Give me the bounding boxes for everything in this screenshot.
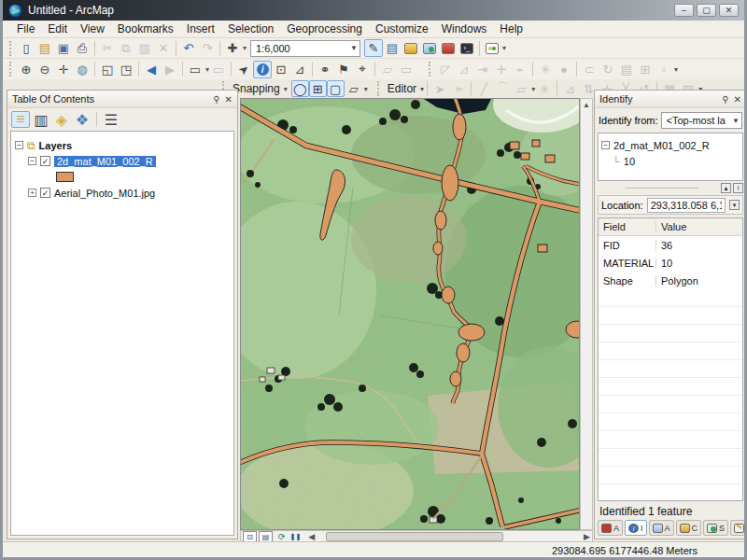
add-data-caret-icon[interactable]: ▾ [243,44,247,52]
viewer-window-icon[interactable]: ▱ [378,61,397,78]
toc-header[interactable]: Table Of Contents ⚲ ✕ [7,91,237,108]
toc-window-icon[interactable]: ▤ [383,39,402,57]
edit-tool-icon[interactable]: ⊿ [560,80,579,98]
title-bar[interactable]: Untitled - ArcMap – ▢ ✕ [3,0,744,21]
list-by-selection-icon[interactable]: ❖ [73,111,92,128]
layer-checkbox-checked[interactable]: ✓ [40,156,50,166]
save-icon[interactable]: ▣ [54,39,73,57]
expander-open-icon[interactable]: − [601,141,610,149]
value-column-header[interactable]: Value [656,221,742,232]
edit-tool-icon[interactable]: ╱ [474,80,493,98]
open-folder-icon[interactable]: ▤ [35,39,54,57]
location-value-field[interactable]: 293,318.058 6,177,88 [647,198,726,213]
close-icon[interactable]: ✕ [225,94,233,105]
menu-help[interactable]: Help [493,21,529,36]
identify-header[interactable]: Identify ⚲ ✕ [595,91,746,108]
fixed-zoom-out-icon[interactable]: ◳ [117,61,135,78]
forward-extent-icon[interactable]: ▶ [161,61,179,78]
new-document-icon[interactable]: ▯ [17,39,35,57]
menu-file[interactable]: File [10,21,41,36]
arctoolbox-icon[interactable] [439,39,458,57]
menu-insert[interactable]: Insert [180,21,221,36]
fixed-zoom-in-icon[interactable]: ◱ [98,61,117,78]
location-options-icon[interactable]: ▾ [729,200,740,210]
snap-vertex-icon[interactable]: ▢ [327,80,345,97]
tab-identify[interactable]: iI [625,520,647,536]
toolbar-overflow-icon[interactable]: ▾ [502,44,506,52]
menu-customize[interactable]: Customize [369,21,435,36]
expander-open-icon[interactable]: − [15,141,23,149]
delete-icon[interactable]: ✕ [154,39,173,57]
toc-options-icon[interactable]: ☰ [102,111,120,128]
map-data-view[interactable] [240,98,580,530]
scrollbar-thumb[interactable] [326,532,503,541]
pan-icon[interactable]: ✛ [54,61,73,78]
splitter-handle[interactable] [626,188,698,189]
scroll-up-icon[interactable]: ▲ [583,101,590,109]
find-icon[interactable]: ⚭ [316,61,334,78]
scale-dropdown-icon[interactable]: ▼ [346,44,358,52]
expand-panel-icon[interactable]: ▲ [721,183,731,193]
vertex-tool-icon[interactable]: ▤ [617,61,636,78]
cut-icon[interactable]: ✂ [98,39,117,57]
tab-arctoolbox[interactable]: A [598,520,623,536]
maximize-button[interactable]: ▢ [697,4,716,17]
paste-icon[interactable]: ▥ [135,39,154,57]
html-popup-icon[interactable]: ⊡ [272,61,290,78]
scroll-right-icon[interactable]: ▶ [584,532,590,541]
edit-tool-icon[interactable]: ⌒ [493,80,512,98]
layers-node[interactable]: − ⧉ Layers [15,137,230,153]
undo-icon[interactable]: ↶ [179,39,198,57]
snapping-caret-icon[interactable]: ▾ [284,85,288,93]
layer-checkbox-checked[interactable]: ✓ [40,188,50,198]
expander-closed-icon[interactable]: + [28,189,36,197]
identify-info-icon[interactable]: i [733,183,743,193]
map-vertical-scrollbar[interactable]: ▲ [580,98,593,530]
list-by-source-icon[interactable]: ▥ [32,111,50,128]
vertex-tool-icon[interactable]: ▫ [655,61,673,78]
identify-from-combo[interactable]: <Top-most la ▼ [661,112,742,129]
layer-node-aerial-photo[interactable]: + ✓ Aerial_Photo_M01.jpg [15,185,230,201]
layer-symbology-row[interactable] [15,169,230,185]
minimize-button[interactable]: – [674,4,694,17]
editor-toolbar-icon[interactable]: ✎ [364,39,383,57]
snap-edge-icon[interactable]: ▱ [345,80,363,98]
catalog-icon[interactable] [402,39,420,57]
identify-tree-layer-node[interactable]: − 2d_mat_M01_002_R [601,137,740,153]
edit-tool-icon[interactable]: ▱ [512,80,530,98]
pin-icon[interactable]: ⚲ [722,94,728,105]
viewer-window2-icon[interactable]: ▭ [397,61,416,78]
identify-tree-feature-node[interactable]: └ 10 [601,153,740,169]
menu-geoprocessing[interactable]: Geoprocessing [280,21,369,36]
table-header-row[interactable]: Field Value [599,218,742,236]
vertex-tool-icon[interactable]: ⌁ [511,61,529,78]
close-icon[interactable]: ✕ [734,94,741,105]
list-by-drawing-order-icon[interactable]: ≡ [11,111,30,128]
vertex-tool-icon[interactable]: ⇥ [473,61,492,78]
map-scale-combo[interactable]: 1:6,000 ▼ [250,40,360,57]
toolbar-grip[interactable] [9,62,14,77]
editor-menu[interactable]: Editor [385,82,419,95]
layer-name[interactable]: Aerial_Photo_M01.jpg [54,188,155,199]
python-window-icon[interactable]: ›_ [458,39,476,57]
toolbar-grip[interactable] [377,81,382,96]
back-extent-icon[interactable]: ◀ [142,61,161,78]
vertex-tool-icon[interactable]: ◸ [436,61,455,78]
identify-from-dropdown-icon[interactable]: ▼ [728,117,740,125]
zoom-out-icon[interactable]: ⊖ [35,61,54,78]
vertex-tool-icon[interactable]: ⊂ [580,61,599,78]
vertex-tool-icon[interactable]: ↻ [599,61,617,78]
identify-splitter[interactable]: ▲ i [595,181,746,195]
list-by-visibility-icon[interactable]: ◈ [52,111,71,128]
full-extent-icon[interactable]: ◍ [73,61,92,78]
tab-search[interactable]: S [703,520,728,536]
pause-drawing-icon[interactable]: ❚❚ [290,533,302,540]
layer-node-2d-mat[interactable]: − ✓ 2d_mat_M01_002_R [15,153,230,169]
aerial-photo-canvas[interactable] [241,99,580,530]
vertex-tool-icon[interactable]: ✳ [536,61,555,78]
snap-end-icon[interactable]: ⊞ [309,80,327,97]
close-button[interactable]: ✕ [719,4,739,17]
copy-icon[interactable]: ⧉ [117,39,135,57]
tab-create-features[interactable]: C [730,520,747,536]
field-column-header[interactable]: Field [599,221,656,232]
